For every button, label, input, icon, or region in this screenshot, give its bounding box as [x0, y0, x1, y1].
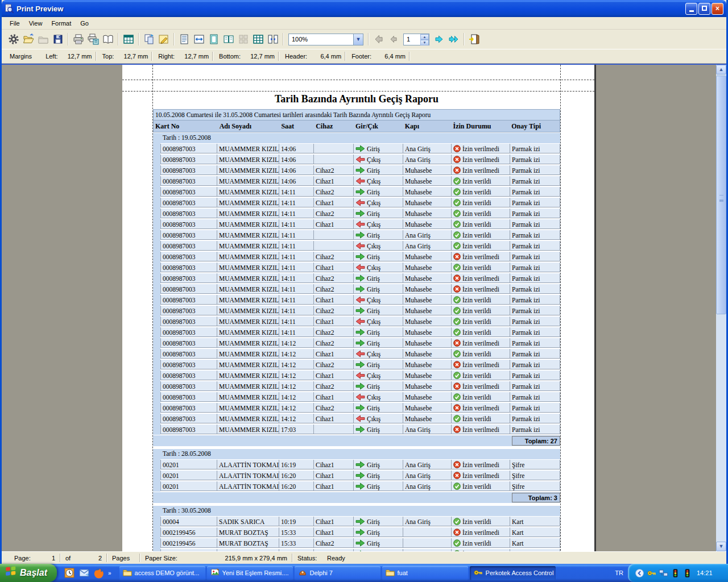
cell-gir-cik: Giriş: [354, 144, 403, 153]
cell-onay-tipi: Parmak izi: [510, 241, 560, 251]
cell-cihaz: [314, 230, 354, 240]
entry-arrow-icon: [355, 231, 365, 239]
cell-onay-tipi: Parmak izi: [510, 187, 560, 197]
grid-view-icon[interactable]: [251, 32, 266, 47]
spin-down-icon[interactable]: ▼: [420, 40, 429, 45]
copy-page-icon[interactable]: [142, 32, 156, 47]
row-indent-strip: [153, 294, 160, 305]
language-indicator[interactable]: TR: [610, 569, 628, 576]
task-access-demo[interactable]: access DEMO görünt...: [119, 566, 205, 580]
cell-adi-soyadi: MUAMMMER KIZILI: [217, 360, 279, 369]
cell-adi-soyadi: MUAMMMER KIZILI: [217, 371, 279, 380]
view-100-icon[interactable]: [177, 32, 192, 47]
next-page-button[interactable]: [432, 32, 446, 47]
zoom-combobox[interactable]: 100%▼: [288, 34, 363, 45]
cell-izin-durumu: İzin verildi: [452, 371, 510, 380]
two-pages-icon[interactable]: [221, 32, 236, 47]
maximize-button[interactable]: [698, 3, 710, 15]
menu-go[interactable]: Go: [76, 19, 93, 28]
start-button[interactable]: Başlat: [0, 564, 57, 582]
zoom-dropdown-arrow-icon[interactable]: ▼: [353, 34, 363, 45]
facing-pages-icon[interactable]: [266, 32, 280, 47]
page-number-spinner[interactable]: 1▲▼: [403, 34, 429, 45]
scroll-thumb[interactable]: [716, 76, 726, 314]
permission-granted-icon: [453, 372, 461, 379]
cell-gir-cik: Giriş: [354, 230, 403, 240]
cell-kart-no: 0008987003: [160, 403, 217, 413]
cell-saat: 14:11: [279, 230, 314, 240]
cell-izin-durumu: İzin verildi: [452, 414, 510, 423]
print-preview-icon: [4, 3, 14, 14]
cell-kapi: Ana Giriş: [403, 517, 452, 526]
spin-up-icon[interactable]: ▲: [420, 34, 429, 40]
cell-onay-tipi: Parmak izi: [510, 230, 560, 240]
row-indent-strip: [153, 381, 160, 392]
group-header-date: Tarih : 30.05.2008: [153, 506, 560, 516]
first-page-button: [371, 32, 386, 47]
menu-view[interactable]: View: [24, 19, 47, 28]
cell-kapi: Muhasebe: [403, 219, 452, 229]
margin-field-top: Top:12,7 mm: [97, 53, 152, 60]
task-bitmap-image[interactable]: Yeni Bit Eşlem Resmi....: [207, 566, 293, 580]
report-row: 0002199456MURAT BOZTAŞ15:33Cihaz1Girişİz…: [153, 527, 560, 538]
taskbar: Başlat»access DEMO görünt...Yeni Bit Eşl…: [0, 564, 728, 582]
print-dialog-icon[interactable]: [86, 32, 101, 47]
cell-izin-durumu: İzin verildi: [452, 198, 510, 207]
cell-kart-no: 0008987003: [160, 273, 217, 283]
task-fuat[interactable]: fuat: [382, 566, 468, 580]
exit-preview-button[interactable]: [467, 32, 482, 47]
last-page-button[interactable]: [446, 32, 461, 47]
task-perkotek[interactable]: Perkotek Access Control: [470, 566, 556, 580]
cell-gir-cik: Giriş: [354, 425, 403, 434]
book-preview-icon[interactable]: [101, 32, 115, 47]
margin-field-label: Right:: [152, 53, 177, 60]
entry-arrow-icon: [355, 145, 365, 152]
cell-gir-cik: Giriş: [354, 338, 403, 348]
clock-launcher-icon[interactable]: [64, 567, 75, 579]
scroll-up-button[interactable]: ▲: [716, 65, 726, 74]
permission-denied-icon: [453, 529, 461, 536]
tray-trafficlight2-icon[interactable]: [682, 568, 692, 578]
tray-network-icon[interactable]: [659, 568, 668, 578]
page-width-icon[interactable]: [192, 32, 206, 47]
edit-page-icon[interactable]: [156, 32, 171, 47]
vertical-scrollbar[interactable]: ▲ ▼: [716, 65, 726, 551]
cell-kapi: [403, 549, 452, 551]
row-indent-strip: [153, 413, 160, 424]
cell-onay-tipi: Parmak izi: [510, 144, 560, 153]
whole-page-icon[interactable]: [206, 32, 221, 47]
permission-label: İzin verilmedi: [462, 275, 499, 282]
cell-cihaz: Cihaz1: [314, 481, 354, 491]
permission-label: İzin verilmedi: [462, 529, 499, 536]
permission-label: İzin verildi: [462, 394, 491, 401]
cell-gir-cik: Çıkış: [354, 263, 403, 272]
table-setup-icon[interactable]: [121, 32, 136, 47]
print-icon[interactable]: [71, 32, 86, 47]
tray-key-icon[interactable]: [647, 568, 656, 578]
scroll-down-button[interactable]: ▼: [716, 542, 726, 551]
printer-setup-icon[interactable]: [6, 32, 21, 47]
paint-icon: [210, 568, 220, 578]
firefox-launcher-icon[interactable]: [93, 567, 105, 579]
cell-onay-tipi: Parmak izi: [510, 273, 560, 283]
cell-kart-no: 00004: [160, 517, 217, 526]
cell-adi-soyadi: MUAMMMER KIZILI: [217, 306, 279, 315]
save-report-icon[interactable]: [51, 32, 65, 47]
row-indent-strip: [153, 154, 160, 165]
minimize-button[interactable]: [685, 3, 697, 15]
cell-saat: 14:11: [279, 284, 314, 294]
open-report-icon[interactable]: [21, 32, 36, 47]
margin-field-value: 6,4 mm: [374, 53, 409, 60]
menu-file[interactable]: File: [5, 19, 24, 28]
group-gap: [153, 446, 560, 448]
menu-format[interactable]: Format: [47, 19, 76, 28]
mail-launcher-icon[interactable]: [78, 567, 90, 579]
quick-launch-overflow-chevron[interactable]: »: [108, 570, 111, 576]
tray-trafficlight-icon[interactable]: [671, 568, 680, 578]
close-button[interactable]: ×: [712, 3, 723, 15]
task-delphi7[interactable]: Delphi 7: [295, 566, 380, 580]
tray-collapse-chevron-icon[interactable]: [635, 568, 644, 578]
cell-onay-tipi: Parmak izi: [510, 284, 560, 294]
cell-kapi: Ana Giriş: [403, 471, 452, 480]
permission-label: İzin verildi: [462, 518, 491, 525]
